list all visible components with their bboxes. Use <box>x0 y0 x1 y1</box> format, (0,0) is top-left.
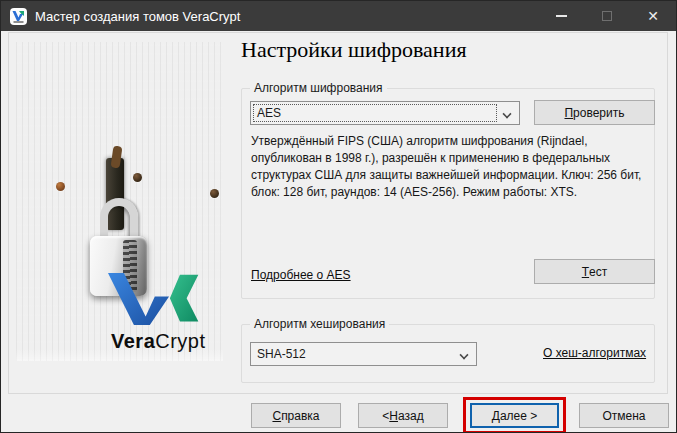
photo-bottom-highlight <box>16 349 223 361</box>
close-button[interactable]: ✕ <box>630 1 676 31</box>
combo-focus-rect <box>253 104 497 122</box>
close-icon: ✕ <box>647 9 659 23</box>
titlebar: Мастер создания томов VeraCrypt ✕ <box>1 1 676 31</box>
hash-group-label: Алгоритм хеширования <box>250 317 389 331</box>
wizard-content-panel: VeraCrypt Настройки шифрования Алгоритм … <box>8 32 668 394</box>
maximize-icon <box>602 11 612 21</box>
window-title: Мастер создания томов VeraCrypt <box>35 9 240 24</box>
screw-icon <box>133 173 142 182</box>
maximize-button[interactable] <box>584 1 630 31</box>
back-button[interactable]: < Назад <box>358 403 448 428</box>
encryption-algorithm-select[interactable]: AES <box>250 101 520 125</box>
check-button[interactable]: Проверить <box>534 100 655 125</box>
hash-info-link[interactable]: О хеш-алгоритмах <box>543 346 646 360</box>
minimize-icon <box>556 15 567 17</box>
help-button[interactable]: Справка <box>251 403 341 428</box>
more-about-aes-link[interactable]: Подробнее о AES <box>251 268 351 282</box>
wizard-banner-image: VeraCrypt <box>16 42 223 361</box>
chevron-down-icon <box>459 350 468 359</box>
encryption-algorithm-value: AES <box>257 106 281 120</box>
veracrypt-logo-icon <box>10 8 27 25</box>
encryption-group-label: Алгоритм шифрования <box>250 81 387 95</box>
benchmark-button[interactable]: Тест <box>534 259 655 284</box>
minimize-button[interactable] <box>538 1 584 31</box>
hash-algorithm-select[interactable]: SHA-512 <box>250 342 477 366</box>
chevron-down-icon <box>502 109 511 118</box>
window-controls: ✕ <box>538 1 676 31</box>
veracrypt-logo <box>108 270 200 331</box>
page-title: Настройки шифрования <box>241 37 467 63</box>
screw-icon <box>210 189 219 198</box>
encryption-algorithm-group: Алгоритм шифрования AES Проверить Утверж… <box>241 88 655 299</box>
algorithm-description: Утверждённый FIPS (США) алгоритм шифрова… <box>251 133 653 201</box>
veracrypt-wizard-window: Мастер создания томов VeraCrypt ✕ <box>0 0 677 433</box>
red-highlight-annotation: Далее > <box>463 397 566 433</box>
cancel-button[interactable]: Отмена <box>579 403 669 428</box>
screw-icon <box>56 182 65 191</box>
next-button[interactable]: Далее > <box>470 403 559 428</box>
hash-algorithm-value: SHA-512 <box>257 347 306 361</box>
hash-algorithm-group: Алгоритм хеширования SHA-512 О хеш-алгор… <box>241 324 655 383</box>
